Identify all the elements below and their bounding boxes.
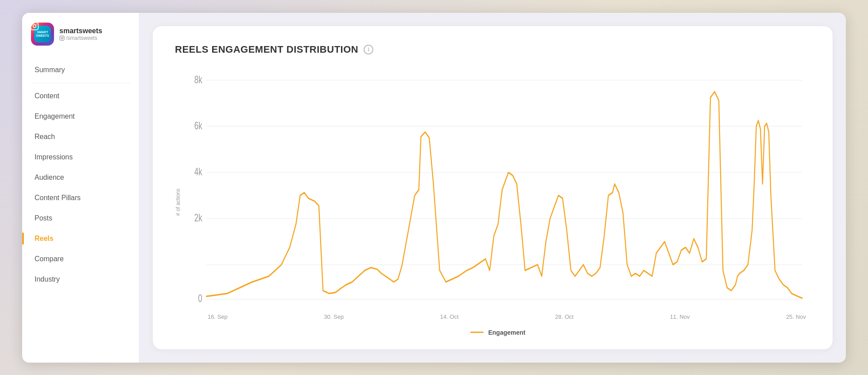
svg-text:6k: 6k [194,119,203,131]
svg-point-5 [63,37,63,37]
nav-menu: Summary Content Engagement Reach Impress… [22,55,139,363]
sidebar-item-reels[interactable]: Reels [22,228,139,249]
chart-title: REELS ENGAGEMENT DISTRIBUTION [175,44,358,55]
sidebar-item-compare[interactable]: Compare [22,249,139,269]
x-label-nov11: 11. Nov [670,313,690,320]
legend-line-engagement [470,332,484,333]
svg-text:8k: 8k [194,73,203,85]
sidebar-item-impressions[interactable]: Impressions [22,147,139,167]
x-label-oct28: 28. Oct [555,313,574,320]
sidebar-item-audience[interactable]: Audience [22,167,139,188]
instagram-small-icon [59,35,65,41]
svg-point-4 [61,37,63,39]
brand-logo-text: SMARTSWEETS [36,31,49,37]
svg-text:0: 0 [198,292,202,304]
chart-card: REELS ENGAGEMENT DISTRIBUTION i # of act… [153,26,833,349]
brand-header: SMARTSWEETS smartsweets /smartsweets [22,13,139,55]
sidebar-item-content-pillars[interactable]: Content Pillars [22,188,139,208]
svg-text:2k: 2k [194,212,203,223]
svg-text:4k: 4k [194,166,203,177]
brand-name: smartsweets [59,27,102,35]
chart-title-row: REELS ENGAGEMENT DISTRIBUTION i [175,44,810,55]
sidebar-item-posts[interactable]: Posts [22,208,139,228]
svg-rect-0 [31,23,38,30]
legend: Engagement [186,329,810,336]
sidebar-item-engagement[interactable]: Engagement [22,106,139,127]
sidebar-item-summary[interactable]: Summary [22,60,139,80]
sidebar-item-industry[interactable]: Industry [22,269,139,290]
chart-area: # of actions 8k 6k [175,69,810,336]
chart-svg: 8k 6k 4k 2k 0 [186,69,810,311]
x-label-sep30: 30. Sep [324,313,344,320]
sidebar-item-reach[interactable]: Reach [22,127,139,147]
instagram-icon [31,23,39,31]
y-axis-label: # of actions [175,189,181,216]
main-content: REELS ENGAGEMENT DISTRIBUTION i # of act… [140,13,846,363]
x-label-sep16: 16. Sep [208,313,228,320]
svg-point-2 [36,23,37,24]
legend-label-engagement: Engagement [488,329,525,336]
x-label-nov25: 25. Nov [786,313,806,320]
x-label-oct14: 14. Oct [440,313,459,320]
svg-rect-3 [60,36,64,40]
chart-plot: 8k 6k 4k 2k 0 [186,69,810,311]
info-icon[interactable]: i [364,45,373,54]
chart-inner: 8k 6k 4k 2k 0 [186,69,810,336]
nav-divider-1 [31,83,130,83]
brand-handle: /smartsweets [59,35,102,41]
sidebar: SMARTSWEETS smartsweets /smartsweets Sum… [22,13,140,363]
app-container: SMARTSWEETS smartsweets /smartsweets Sum… [22,13,846,363]
sidebar-item-content[interactable]: Content [22,86,139,106]
svg-point-1 [33,24,36,27]
brand-logo: SMARTSWEETS [31,23,54,46]
brand-info: smartsweets /smartsweets [59,27,102,41]
